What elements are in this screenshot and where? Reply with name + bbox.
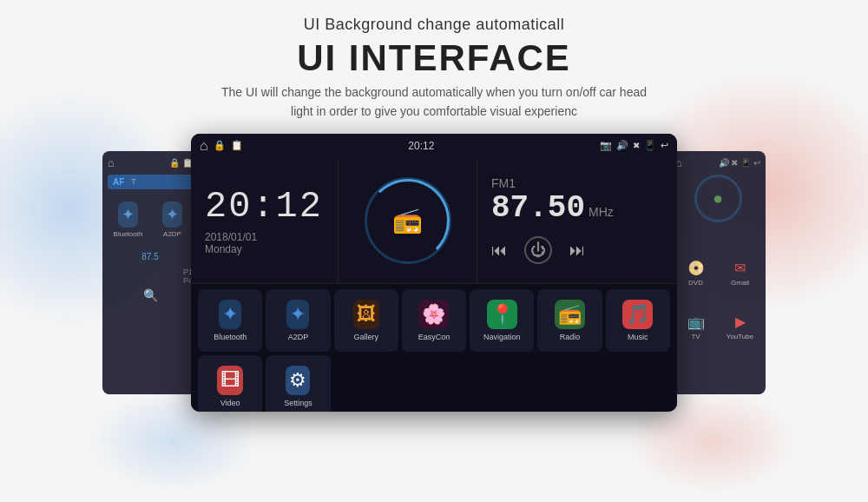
side-right-status-bar: ⌂ 🔊 ✖ 📱 ↩ xyxy=(675,156,760,169)
app-easycon[interactable]: 🌸 EasyCon xyxy=(402,289,466,352)
tv-icon: 📺 xyxy=(687,314,705,330)
side-fm-bar: 87.5 xyxy=(108,248,193,265)
app-navigation[interactable]: 📍 Navigation xyxy=(470,289,534,352)
main-app-grid: ✦ Bluetooth ✦ A2DP 🖼 Gallery 🌸 EasyCon 📍… xyxy=(191,284,677,412)
dvd-icon: 📀 xyxy=(687,260,705,276)
bluetooth-icon: ✦ xyxy=(219,300,241,329)
app-bluetooth-label: Bluetooth xyxy=(214,333,247,341)
settings-icon: ⚙ xyxy=(286,366,310,395)
app-easycon-label: EasyCon xyxy=(418,333,450,341)
clock-day: Monday xyxy=(205,243,242,255)
side-app-a2dp[interactable]: ✦ A2DP xyxy=(152,195,193,245)
side-app-gmail-label: Gmail xyxy=(731,279,749,287)
side-app-a2dp-label: A2DP xyxy=(163,230,181,238)
home-icon[interactable]: ⌂ xyxy=(200,138,208,154)
radio-icon: 📻 xyxy=(392,206,423,234)
screens-container: ⌂ 🔒 📋 AF T ✦ Bluetooth ✦ A2DP 87.5 xyxy=(0,134,868,412)
header-desc-line1: The UI will change the background automa… xyxy=(221,85,647,99)
volume-icon: 🔊 xyxy=(616,140,628,151)
side-action-row: 🔍 xyxy=(108,288,193,302)
main-screen: ⌂ 🔒 📋 20:12 📷 🔊 ✖ 📱 ↩ 20:12 2018/01/01 M… xyxy=(191,134,677,412)
side-app-bluetooth[interactable]: ✦ Bluetooth xyxy=(108,195,148,245)
header-desc: The UI will change the background automa… xyxy=(0,83,868,122)
fm-frequency: 87.50 xyxy=(491,190,585,226)
header-subtitle: UI Background change automaticall xyxy=(0,16,868,34)
rewind-icon[interactable]: ⏮ xyxy=(491,241,507,260)
clock-date: 2018/01/01 xyxy=(205,231,257,243)
side-app-tv-label: TV xyxy=(691,333,700,340)
status-time: 20:12 xyxy=(408,140,434,152)
radio-section: 📻 xyxy=(339,158,477,283)
video-icon: 🎞 xyxy=(217,366,243,395)
side-app-dvd[interactable]: 📀 DVD xyxy=(675,248,716,299)
header-desc-line2: light in order to give you comfortable v… xyxy=(291,104,577,118)
status-left: ⌂ 🔒 📋 xyxy=(200,138,243,154)
lock-icon: 🔒 xyxy=(214,140,226,151)
side-af-bar: AF T xyxy=(108,175,193,189)
status-right: 📷 🔊 ✖ 📱 ↩ xyxy=(600,140,668,151)
bluetooth-icon: ✦ xyxy=(118,201,138,228)
side-screen-left: ⌂ 🔒 📋 AF T ✦ Bluetooth ✦ A2DP 87.5 xyxy=(102,151,198,394)
side-app-dvd-label: DVD xyxy=(688,279,703,287)
navigation-icon: 📍 xyxy=(487,300,517,329)
app-settings-label: Settings xyxy=(284,399,312,407)
app-video[interactable]: 🎞 Video xyxy=(198,355,262,412)
easycon-icon: 🌸 xyxy=(418,300,449,329)
side-app-tv[interactable]: 📺 TV xyxy=(675,302,716,353)
back-icon: ↩ xyxy=(661,140,668,151)
side-left-icons: 🔒 📋 xyxy=(169,158,193,168)
fm-unit: MHz xyxy=(589,205,614,219)
side-af-label: AF xyxy=(113,177,124,187)
app-radio-label: Radio xyxy=(560,333,581,341)
app-music[interactable]: 🎵 Music xyxy=(606,289,670,352)
side-right-circle-icon: ● xyxy=(713,188,723,208)
side-left-app-grid: ✦ Bluetooth ✦ A2DP xyxy=(108,195,193,245)
music-icon: 🎵 xyxy=(622,300,653,329)
app-video-label: Video xyxy=(220,399,240,407)
side-p4-label: P4 xyxy=(108,276,193,285)
side-right-circle: ● xyxy=(694,175,742,222)
side-right-status-icons: 🔊 ✖ 📱 ↩ xyxy=(719,158,760,168)
status-icons: 📋 xyxy=(231,140,243,151)
side-screen-right: ⌂ 🔊 ✖ 📱 ↩ ● 📀 DVD ✉ Gmail 📺 TV xyxy=(670,151,766,394)
app-radio[interactable]: 📻 Radio xyxy=(537,289,602,352)
header-section: UI Background change automaticall UI INT… xyxy=(0,0,868,122)
side-fm-freq: 87.5 xyxy=(141,252,158,261)
main-status-bar: ⌂ 🔒 📋 20:12 📷 🔊 ✖ 📱 ↩ xyxy=(191,134,677,158)
app-gallery-label: Gallery xyxy=(353,333,378,341)
a2dp-icon: ✦ xyxy=(162,201,182,228)
power-button[interactable]: ⏻ xyxy=(524,236,552,264)
camera-icon: 📷 xyxy=(600,140,612,151)
clock-section: 20:12 2018/01/01 Monday xyxy=(191,158,339,283)
side-app-youtube-label: YouTube xyxy=(727,333,753,340)
side-app-bluetooth-label: Bluetooth xyxy=(114,230,143,238)
info-panel: 20:12 2018/01/01 Monday 📻 FM1 87.50 MHz xyxy=(191,158,677,284)
radio-app-icon: 📻 xyxy=(555,300,585,329)
side-search-icon: 🔍 xyxy=(143,288,158,302)
side-app-gmail[interactable]: ✉ Gmail xyxy=(720,248,760,299)
gallery-icon: 🖼 xyxy=(353,300,379,329)
app-a2dp-label: A2DP xyxy=(288,333,309,341)
fm-label: FM1 xyxy=(491,176,516,190)
app-music-label: Music xyxy=(628,333,648,341)
app-bluetooth[interactable]: ✦ Bluetooth xyxy=(198,289,262,352)
app-settings[interactable]: ⚙ Settings xyxy=(266,355,330,412)
screen-icon: 📱 xyxy=(644,140,656,151)
close-icon: ✖ xyxy=(633,141,640,150)
radio-circle: 📻 xyxy=(365,177,451,264)
youtube-icon: ▶ xyxy=(735,314,746,330)
app-gallery[interactable]: 🖼 Gallery xyxy=(334,289,398,352)
side-app-youtube[interactable]: ▶ YouTube xyxy=(720,302,760,353)
side-left-status-bar: ⌂ 🔒 📋 xyxy=(108,156,193,169)
fast-forward-icon[interactable]: ⏭ xyxy=(569,241,585,260)
app-a2dp[interactable]: ✦ A2DP xyxy=(266,289,330,352)
side-right-app-grid: 📀 DVD ✉ Gmail 📺 TV ▶ YouTube xyxy=(675,248,760,353)
fm-freq-row: 87.50 MHz xyxy=(491,190,614,226)
a2dp-icon: ✦ xyxy=(286,300,309,329)
gmail-icon: ✉ xyxy=(734,260,746,276)
side-p-labels: P1 xyxy=(108,268,193,276)
fm-controls: ⏮ ⏻ ⏭ xyxy=(491,236,585,264)
clock-time: 20:12 xyxy=(205,186,323,228)
fm-section: FM1 87.50 MHz ⏮ ⏻ ⏭ xyxy=(477,158,677,283)
app-navigation-label: Navigation xyxy=(483,333,521,341)
